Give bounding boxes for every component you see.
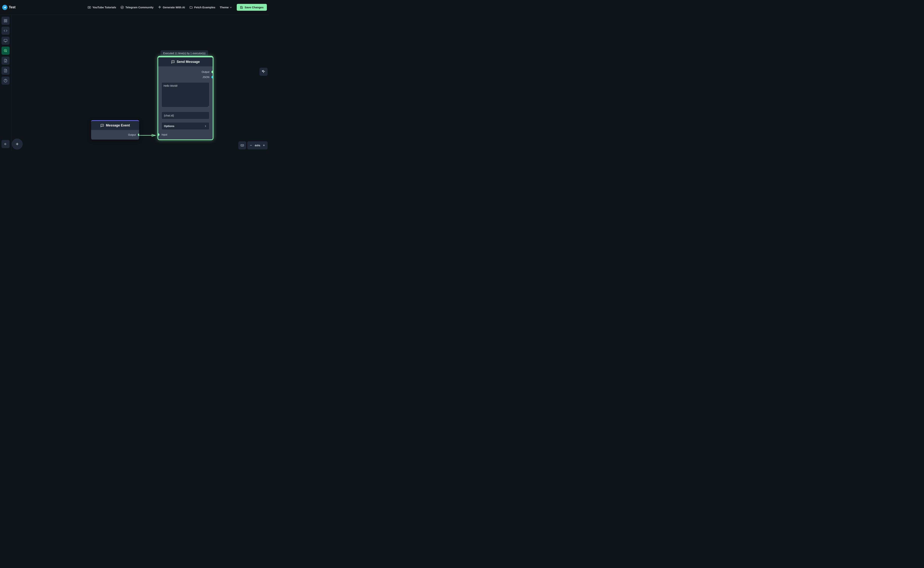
svg-rect-2 [4,20,5,21]
youtube-tutorials-link[interactable]: YouTube Tutorials [87,6,116,9]
node-header: Message Event [91,121,139,130]
header-nav: YouTube Tutorials Telegram Community Gen… [87,4,267,11]
node-send-message[interactable]: Send Message Output JSON Options Input [158,57,213,139]
plus-icon [262,144,265,147]
node-body: Output JSON Options Input [158,66,213,139]
add-node-button[interactable] [12,139,23,150]
save-icon [240,6,243,9]
code-icon [4,29,8,33]
node-header: Send Message [158,57,213,66]
sparkle-icon [158,6,161,9]
svg-rect-3 [6,20,7,21]
zoom-in-button[interactable] [262,144,265,147]
minus-icon [249,144,252,147]
plus-icon [15,142,19,146]
monitor-icon [4,39,8,42]
chat-id-input[interactable] [161,112,210,119]
message-text-input[interactable] [161,82,210,107]
svg-rect-6 [4,39,7,42]
chevron-down-icon [229,6,232,9]
back-button[interactable] [2,140,10,148]
port-dot[interactable] [211,76,213,79]
output-port[interactable]: Output [161,69,210,74]
node-connection [139,134,159,137]
zoom-in-icon [4,49,8,53]
output-port[interactable]: Output [95,132,136,137]
svg-rect-10 [241,145,244,146]
sidebar-monitor[interactable] [2,36,10,45]
json-port[interactable]: JSON [161,74,210,80]
sidebar-code[interactable] [2,27,10,35]
help-icon [4,79,8,83]
port-dot[interactable] [138,133,139,136]
node-message-event[interactable]: Message Event Output [91,120,139,140]
youtube-icon [87,6,91,9]
telegram-logo-icon [2,5,8,10]
node-body: Output [91,130,139,140]
zoom-out-button[interactable] [249,144,252,147]
message-download-icon [100,124,104,127]
chevron-right-icon [204,125,207,128]
telegram-community-link[interactable]: Telegram Community [121,6,154,9]
message-upload-icon [171,60,175,64]
generate-ai-link[interactable]: Generate With AI [158,6,185,9]
bottom-left-controls [2,139,23,150]
file-export-icon [4,59,8,62]
theme-selector[interactable]: Theme [220,6,232,9]
sidebar-zoom[interactable] [2,47,10,55]
fetch-examples-link[interactable]: Fetch Examples [190,6,215,9]
sidebar-import[interactable] [2,66,10,75]
logo-section: Test [2,5,15,10]
sidebar-export[interactable] [2,57,10,65]
sidebar [2,17,10,85]
app-title: Test [9,5,15,9]
bottom-right-controls: 44% [238,141,268,150]
sparkle-icon [262,70,265,74]
app-header: Test YouTube Tutorials Telegram Communit… [0,0,269,15]
file-import-icon [4,69,8,73]
sidebar-help[interactable] [2,77,10,85]
canvas[interactable]: Executed 11 time(s) by 1 executor(s) Mes… [12,15,269,151]
svg-rect-5 [6,21,7,22]
port-dot[interactable] [158,133,160,136]
keyboard-icon [241,144,244,147]
keyboard-shortcuts-button[interactable] [238,141,246,150]
save-button[interactable]: Save Changes [237,4,267,11]
input-port[interactable]: Input [161,133,210,136]
arrow-left-icon [4,142,7,146]
zoom-value: 44% [255,144,260,147]
dashboard-icon [4,19,8,23]
folder-icon [190,6,193,9]
port-dot[interactable] [211,71,213,73]
zoom-control: 44% [247,141,268,150]
ai-assistant-button[interactable] [259,68,268,76]
options-expand[interactable]: Options [161,122,210,130]
telegram-icon [121,6,124,9]
execution-tooltip: Executed 11 time(s) by 1 executor(s) [161,50,208,56]
svg-rect-4 [4,21,5,22]
sidebar-dashboard[interactable] [2,17,10,25]
